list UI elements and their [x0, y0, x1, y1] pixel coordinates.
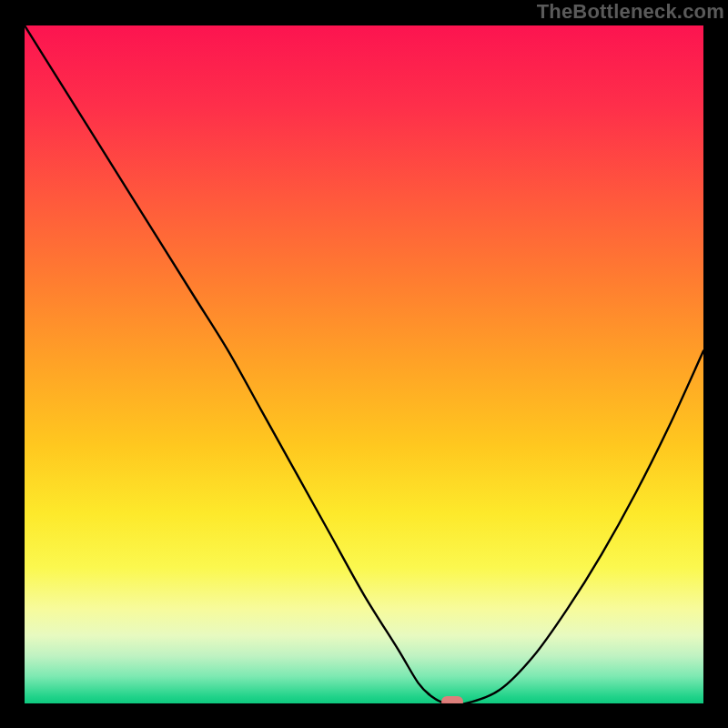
optimum-marker — [441, 696, 463, 703]
plot-area — [25, 25, 703, 703]
watermark-text: TheBottleneck.com — [537, 0, 724, 24]
bottleneck-curve — [25, 25, 703, 703]
chart-frame: TheBottleneck.com — [0, 0, 728, 728]
